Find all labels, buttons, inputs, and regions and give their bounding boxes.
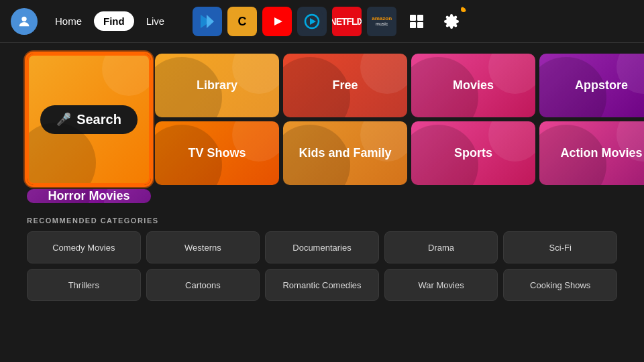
user-avatar[interactable] [11, 8, 38, 35]
settings-icon[interactable] [437, 7, 466, 36]
tvshows-tile[interactable]: TV Shows [155, 121, 279, 185]
youtube-app-icon[interactable] [262, 7, 292, 36]
rec-romantic-comedies[interactable]: Romantic Comedies [265, 269, 379, 301]
kids-tile[interactable]: Kids and Family [283, 121, 407, 185]
rec-drama[interactable]: Drama [384, 231, 498, 263]
prime-video-app-icon[interactable] [297, 7, 327, 36]
search-tile[interactable]: 🎤 Search [27, 54, 151, 185]
sports-tile[interactable]: Sports [411, 121, 535, 185]
svg-rect-11 [417, 15, 423, 21]
rec-cooking-shows[interactable]: Cooking Shows [503, 269, 617, 301]
notification-dot [461, 7, 466, 12]
nav-links: Home Find Live [46, 11, 174, 31]
svg-point-0 [21, 16, 26, 21]
recommended-section: RECOMMENDED CATEGORIES Comedy Movies Wes… [27, 217, 617, 301]
kodi-app-icon[interactable] [193, 7, 222, 36]
recommended-grid: Comedy Movies Westerns Documentaries Dra… [27, 231, 617, 301]
svg-marker-2 [207, 15, 214, 28]
svg-rect-12 [410, 22, 416, 28]
netflix-app-icon[interactable]: NETFLIX [332, 7, 362, 36]
rec-cartoons[interactable]: Cartoons [146, 269, 260, 301]
svg-rect-10 [410, 15, 416, 21]
top-navigation: Home Find Live C [0, 0, 644, 43]
nav-live[interactable]: Live [137, 11, 174, 31]
appstore-tile[interactable]: Appstore [539, 54, 644, 117]
rec-thrillers[interactable]: Thrillers [27, 269, 141, 301]
nav-find[interactable]: Find [94, 11, 134, 31]
rec-scifi[interactable]: Sci-Fi [503, 231, 617, 263]
main-content: 🎤 Search Library Free Movies Appstore TV… [0, 43, 644, 312]
recommended-label: RECOMMENDED CATEGORIES [27, 217, 617, 225]
library-tile[interactable]: Library [155, 54, 279, 117]
microphone-icon: 🎤 [56, 112, 71, 127]
free-tile[interactable]: Free [283, 54, 407, 117]
category-tiles-grid: 🎤 Search Library Free Movies Appstore TV… [27, 54, 617, 203]
movies-tile[interactable]: Movies [411, 54, 535, 117]
comedy-central-app-icon[interactable]: C [227, 7, 257, 36]
action-movies-tile[interactable]: Action Movies [539, 121, 644, 185]
svg-text:C: C [238, 15, 247, 28]
rec-documentaries[interactable]: Documentaries [265, 231, 379, 263]
grid-view-icon[interactable] [402, 7, 431, 36]
app-shortcuts: C NETFLIX amazon music [193, 7, 633, 36]
search-button[interactable]: 🎤 Search [40, 105, 138, 134]
horror-movies-tile[interactable]: Horror Movies [27, 189, 151, 203]
nav-home[interactable]: Home [46, 11, 91, 31]
rec-comedy-movies[interactable]: Comedy Movies [27, 231, 141, 263]
rec-westerns[interactable]: Westerns [146, 231, 260, 263]
rec-war-movies[interactable]: War Movies [384, 269, 498, 301]
svg-rect-13 [417, 22, 423, 28]
amazon-music-app-icon[interactable]: amazon music [367, 7, 396, 36]
